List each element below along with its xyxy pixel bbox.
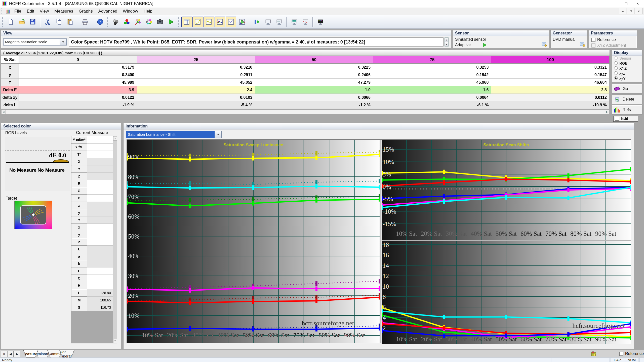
measure-cell[interactable]: 0.0066 [255,94,373,101]
measure-cell[interactable]: 0.2911 [137,71,255,79]
display-option-xyz[interactable]: xyz [612,71,642,76]
tab-measures[interactable]: Measures [23,350,38,358]
cut-button[interactable] [43,17,53,27]
measure-cell[interactable]: 0.3321 [491,64,610,71]
pattern-display-button[interactable] [289,17,300,27]
table-horizontal-scrollbar[interactable]: ◀ ▶ [1,110,610,114]
menu-view[interactable]: View [37,8,52,15]
spin-up-icon[interactable]: ▲ [445,37,449,42]
information-view-dropdown[interactable]: Saturation Luminance - Shift ▼ [126,131,222,138]
mdi-minimize-button[interactable]: – [619,8,626,14]
checkbox-box-icon[interactable] [591,38,595,42]
rgb-levels-view-toggle[interactable] [215,17,225,27]
measure-cell[interactable]: 0.0122 [19,94,137,101]
measure-cell[interactable]: 0.1942 [373,71,492,79]
refs-button[interactable]: Refs [612,105,642,115]
measure-cell[interactable]: 46.604 [491,79,610,86]
save-file-button[interactable] [27,17,38,27]
tab-color-temperature[interactable]: Color temperature [59,350,74,358]
run-chart-button[interactable] [252,17,262,27]
scroll-up-icon[interactable]: ▲ [113,136,117,141]
measure-cell[interactable]: 45.052 [137,79,255,86]
open-file-button[interactable] [16,17,27,27]
scroll-left-icon[interactable]: ◀ [1,110,6,114]
scale-selector-dropdown[interactable]: Magenta saturation scale ▼ [3,38,67,46]
radio-icon[interactable] [614,66,618,70]
table-view-toggle[interactable] [181,17,192,27]
dark-display-button[interactable] [315,17,326,27]
measure-cell[interactable]: 45.960 [373,79,492,86]
measure-cell[interactable]: 1.6 [373,86,492,94]
measure-cell[interactable]: 1.0 [255,86,373,94]
measure-cell[interactable]: -5.4 % [137,101,255,109]
measure-cell[interactable]: 47.279 [255,79,373,86]
measure-cell[interactable]: -6.1 % [373,101,492,109]
measure-cell[interactable]: -1.2 % [255,101,373,109]
luminance-view-toggle[interactable] [226,17,236,27]
primaries-measure-button[interactable] [122,17,132,27]
menu-window[interactable]: Window [120,8,141,15]
measure-cell[interactable]: 3.9 [19,86,137,94]
secondary-display-button[interactable] [274,17,285,27]
new-file-button[interactable] [5,17,16,27]
minimize-button[interactable]: – [609,0,620,8]
chevron-down-icon[interactable]: ▼ [215,131,221,138]
snapshot-button[interactable] [155,17,165,27]
grayscale-measure-button[interactable] [110,17,121,27]
display-option-xyy[interactable]: xyY [612,76,642,81]
measure-cell[interactable]: 0.3253 [373,64,492,71]
radio-icon[interactable] [614,76,618,80]
scroll-right-icon[interactable]: ▶ [605,110,610,114]
menu-advanced[interactable]: Advanced [96,8,120,15]
measure-cell[interactable]: 0.0064 [373,94,492,101]
help-button[interactable]: ? [95,17,105,27]
maximize-button[interactable]: □ [620,0,632,8]
menu-measures[interactable]: Measures [52,8,76,15]
display-option-rgb[interactable]: RGB [612,61,642,66]
reference-checkbox-box[interactable] [619,352,623,356]
menu-file[interactable]: File [12,8,24,15]
chevron-down-icon[interactable]: ▼ [60,39,66,45]
free-measure-button[interactable] [144,17,154,27]
measure-cell[interactable]: 0.2406 [255,71,373,79]
sensor-run-icon[interactable] [483,43,487,47]
secondaries-measure-button[interactable] [133,17,143,27]
radio-icon[interactable] [614,71,618,75]
print-button[interactable] [80,17,90,27]
measure-cell[interactable]: 45.989 [19,79,137,86]
target-color-thumbnail[interactable] [14,201,52,229]
edit-checkbox[interactable]: Edit [613,116,638,122]
menu-help[interactable]: Help [141,8,155,15]
measure-cell[interactable]: 0.1547 [491,71,610,79]
run-measures-button[interactable] [166,17,176,27]
generator-config-button[interactable] [579,41,585,47]
measure-cell[interactable]: 0.3210 [137,64,255,71]
current-measure-scrollbar[interactable]: ▲ ▼ [113,136,117,343]
gamma-view-toggle[interactable] [192,17,203,27]
sensor-config-button[interactable] [541,41,547,47]
delete-button[interactable]: Delete [612,95,642,104]
radio-icon[interactable] [614,61,618,65]
next-sheet-button[interactable]: ▶ [14,351,20,357]
measure-cell[interactable]: 0.3179 [19,64,137,71]
close-sheet-button[interactable]: × [1,351,7,357]
display-option-xyz[interactable]: XYZ [612,66,642,71]
mdi-restore-button[interactable]: □ [627,8,634,14]
measure-cell[interactable]: 0.3225 [255,64,373,71]
copy-button[interactable] [54,17,64,27]
measure-cell[interactable]: -1.9 % [19,101,137,109]
edit-checkbox-box[interactable] [615,117,619,121]
primary-display-button[interactable] [263,17,273,27]
measure-cell[interactable]: 2.8 [491,86,610,94]
scroll-down-icon[interactable]: ▼ [113,339,117,343]
measure-cell[interactable]: 2.4 [137,86,255,94]
reference-checkbox[interactable]: Reference [619,351,644,356]
prev-sheet-button[interactable]: ◀ [8,351,14,357]
spin-down-icon[interactable]: ▼ [445,42,449,47]
menu-edit[interactable]: Edit [24,8,37,15]
menu-graphs[interactable]: Graphs [76,8,96,15]
mdi-close-button[interactable]: × [635,8,642,14]
go-button[interactable]: Go [612,84,642,94]
measure-cell[interactable]: 0.0112 [491,94,610,101]
nearblack-view-toggle[interactable] [204,17,214,27]
